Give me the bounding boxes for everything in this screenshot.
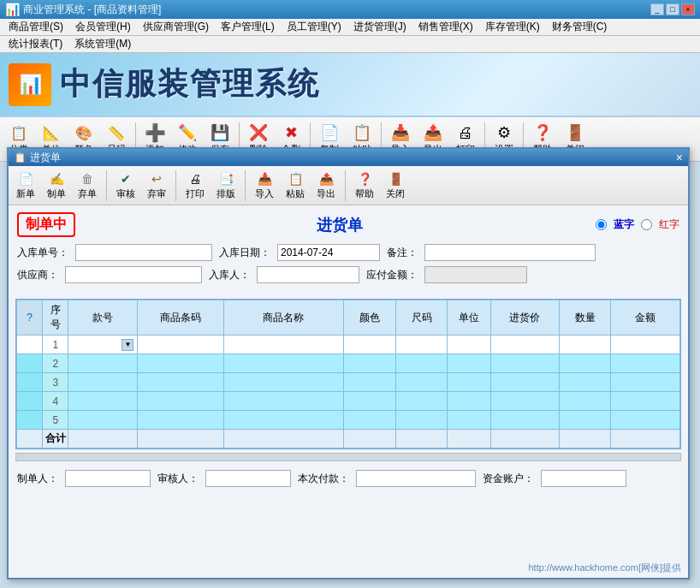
row5-price[interactable] — [490, 411, 560, 430]
header-banner: 📊 中信服装管理系统 — [0, 53, 700, 117]
warehousing-no-input[interactable] — [75, 244, 212, 261]
row3-name[interactable] — [223, 373, 344, 392]
menu-system[interactable]: 系统管理(M) — [69, 36, 136, 52]
menu-purchase[interactable]: 进货管理(J) — [348, 19, 412, 35]
sub-btn-audit[interactable]: ✔ 审核 — [112, 168, 139, 203]
edit-icon: ✏️ — [177, 122, 198, 143]
sub-btn-export[interactable]: 📤 导出 — [312, 168, 340, 203]
row2-price[interactable] — [490, 354, 560, 373]
table-row: 4 — [17, 392, 680, 411]
row4-name[interactable] — [223, 392, 344, 411]
row3-price[interactable] — [490, 373, 560, 392]
row3-style[interactable] — [68, 373, 138, 392]
remark-input[interactable] — [424, 244, 596, 261]
menu-product[interactable]: 商品管理(S) — [3, 19, 68, 35]
row4-price[interactable] — [490, 392, 560, 411]
row3-amount[interactable] — [611, 373, 680, 392]
menu-supplier[interactable]: 供应商管理(G) — [138, 19, 214, 35]
row2-name[interactable] — [223, 354, 344, 373]
creator-input[interactable] — [65, 470, 151, 487]
date-input[interactable] — [277, 244, 380, 261]
sub-btn-print[interactable]: 🖨 打印 — [181, 168, 209, 203]
row4-color[interactable] — [344, 392, 395, 411]
sub-toolbar: 📄 新单 ✍ 制单 🗑 弃单 ✔ 审核 ↩ 弃审 🖨 — [9, 166, 688, 205]
total-seq: 合计 — [43, 430, 68, 448]
row1-barcode[interactable] — [137, 336, 223, 354]
row4-qty[interactable] — [560, 392, 611, 411]
menu-finance[interactable]: 财务管理(C) — [547, 19, 613, 35]
row5-amount[interactable] — [611, 411, 680, 430]
close-main-button[interactable]: × — [681, 3, 695, 15]
row1-unit[interactable] — [448, 336, 490, 354]
sub-btn-make-label: 制单 — [47, 187, 66, 200]
total-amount — [611, 430, 680, 448]
row1-color[interactable] — [344, 336, 395, 354]
row5-unit[interactable] — [448, 411, 490, 430]
row5-seq: 5 — [43, 411, 68, 430]
menu-inventory[interactable]: 库存管理(K) — [480, 19, 545, 35]
row2-barcode[interactable] — [137, 354, 223, 373]
row1-seq: 1 — [43, 336, 68, 354]
sub-window-close-btn[interactable]: × — [676, 151, 683, 164]
row3-size[interactable] — [395, 373, 447, 392]
row5-color[interactable] — [344, 411, 395, 430]
row2-qty[interactable] — [560, 354, 611, 373]
menu-customer[interactable]: 客户管理(L) — [216, 19, 280, 35]
row1-style-input[interactable] — [70, 337, 122, 353]
sub-btn-new[interactable]: 📄 新单 — [12, 168, 39, 203]
row1-name[interactable] — [223, 336, 344, 354]
sub-btn-layout[interactable]: 📑 排版 — [212, 168, 240, 203]
auditor-input[interactable] — [205, 470, 291, 487]
row3-barcode[interactable] — [137, 373, 223, 392]
row1-style-dropdown[interactable]: ▼ — [122, 339, 133, 351]
row4-style[interactable] — [68, 392, 138, 411]
sub-btn-close[interactable]: 🚪 关闭 — [382, 168, 409, 203]
row5-name[interactable] — [223, 411, 344, 430]
menu-sales[interactable]: 销售管理(X) — [413, 19, 478, 35]
minimize-button[interactable]: _ — [650, 3, 664, 15]
row2-style[interactable] — [68, 354, 138, 373]
account-input[interactable] — [541, 470, 626, 487]
row5-size[interactable] — [395, 411, 447, 430]
row4-barcode[interactable] — [137, 392, 223, 411]
sub-title-bar: 📋 进货单 × — [9, 149, 688, 166]
sub-btn-help[interactable]: ❓ 帮助 — [351, 168, 378, 203]
row5-barcode[interactable] — [137, 411, 223, 430]
row1-size[interactable] — [395, 336, 447, 354]
sub-btn-make[interactable]: ✍ 制单 — [43, 168, 70, 203]
row3-color[interactable] — [344, 373, 395, 392]
payment-input[interactable] — [356, 470, 476, 487]
row4-amount[interactable] — [611, 392, 680, 411]
sub-btn-discard-label: 弃单 — [78, 187, 97, 200]
row2-unit[interactable] — [448, 354, 490, 373]
maximize-button[interactable]: □ — [666, 3, 679, 15]
sub-paste-icon: 📋 — [287, 170, 304, 187]
row5-qty[interactable] — [560, 411, 611, 430]
menu-member[interactable]: 会员管理(H) — [70, 19, 136, 35]
supplier-input[interactable] — [65, 266, 202, 283]
sub-btn-paste[interactable]: 📋 粘贴 — [282, 168, 309, 203]
row1-price[interactable] — [490, 336, 560, 354]
row2-amount[interactable] — [611, 354, 680, 373]
sub-btn-cancel-audit[interactable]: ↩ 弃审 — [143, 168, 170, 203]
menu-employee[interactable]: 员工管理(Y) — [282, 19, 347, 35]
operator-input[interactable] — [257, 266, 359, 283]
row5-style[interactable] — [68, 411, 138, 430]
sub-btn-import[interactable]: 📥 导入 — [251, 168, 278, 203]
horizontal-scrollbar[interactable] — [15, 453, 681, 461]
row1-qty[interactable] — [560, 336, 611, 354]
row2-color[interactable] — [344, 354, 395, 373]
row4-size[interactable] — [395, 392, 447, 411]
data-table: ? 序号 款号 商品条码 商品名称 颜色 尺码 单位 进货价 数量 金额 — [16, 300, 680, 448]
row3-qty[interactable] — [560, 373, 611, 392]
row3-unit[interactable] — [448, 373, 490, 392]
sub-btn-discard[interactable]: 🗑 弃单 — [74, 168, 101, 203]
radio-red-input[interactable] — [641, 219, 652, 230]
row2-size[interactable] — [395, 354, 447, 373]
row1-amount[interactable] — [611, 336, 680, 354]
row4-unit[interactable] — [448, 392, 490, 411]
category-icon: 📋 — [9, 122, 29, 143]
menu-report[interactable]: 统计报表(T) — [3, 36, 68, 52]
radio-blue-input[interactable] — [596, 219, 607, 230]
row1-style[interactable]: ▼ — [68, 336, 138, 354]
